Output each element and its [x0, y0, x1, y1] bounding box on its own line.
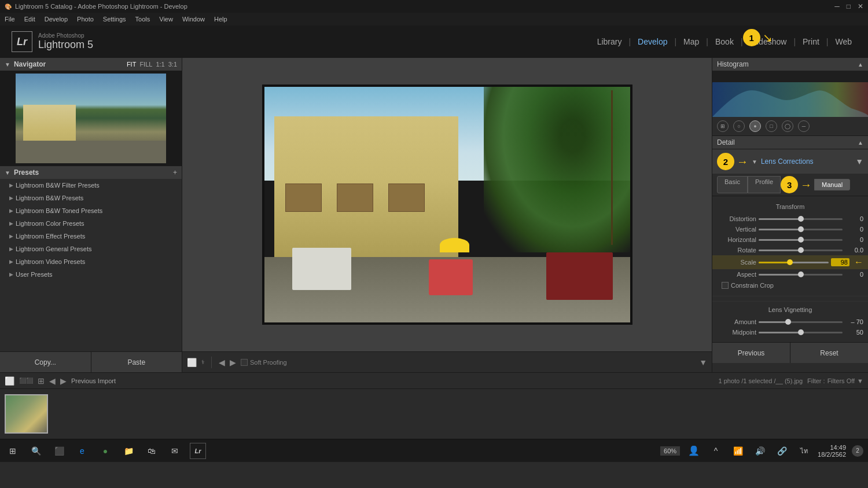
main-photo[interactable]	[262, 85, 632, 325]
tool-circle-1-icon[interactable]: ○	[733, 120, 745, 132]
file-explorer-icon[interactable]: 📁	[120, 443, 137, 459]
crop-icon[interactable]: ⬜	[187, 358, 197, 367]
edge-icon[interactable]: e	[74, 443, 90, 459]
chrome-icon[interactable]: ●	[97, 443, 113, 459]
distortion-slider[interactable]	[759, 218, 843, 220]
zoom-fill[interactable]: FILL	[139, 61, 152, 68]
vertical-thumb[interactable]	[798, 226, 804, 232]
lens-collapse-icon[interactable]: ▼	[752, 159, 757, 165]
preset-group-user-toggle[interactable]: ▶ User Presets	[0, 269, 182, 280]
scale-slider[interactable]	[759, 262, 829, 263]
nav-book[interactable]: Book	[711, 35, 738, 49]
filmstrip-next-icon[interactable]: ▶	[60, 376, 67, 386]
preset-group-effect-toggle[interactable]: ▶ Lightroom Effect Presets	[0, 231, 182, 241]
soft-proofing-checkbox[interactable]	[241, 359, 248, 366]
tool-slider-icon[interactable]: ─	[798, 120, 810, 132]
menu-edit[interactable]: Edit	[24, 16, 35, 23]
nav-web[interactable]: Web	[830, 35, 856, 49]
scale-thumb[interactable]	[787, 259, 793, 265]
preset-group-bw-filter-toggle[interactable]: ▶ Lightroom B&W Filter Presets	[0, 180, 182, 190]
horizontal-thumb[interactable]	[798, 237, 804, 243]
mail-icon[interactable]: ✉	[167, 443, 183, 459]
amount-slider[interactable]	[759, 321, 843, 323]
menu-tools[interactable]: Tools	[135, 16, 150, 23]
nav-print[interactable]: Print	[798, 35, 824, 49]
chevron-up-icon[interactable]: ^	[708, 443, 724, 459]
navigator-collapse-icon[interactable]: ▼	[5, 61, 10, 68]
detail-collapse-icon[interactable]: ▲	[858, 140, 863, 146]
vertical-slider[interactable]	[759, 229, 843, 230]
nav-map[interactable]: Map	[679, 35, 704, 49]
tab-profile[interactable]: Profile	[748, 176, 781, 193]
midpoint-thumb[interactable]	[798, 329, 804, 335]
nav-develop[interactable]: Develop	[633, 35, 672, 49]
rotate-thumb[interactable]	[798, 247, 804, 253]
soft-proofing-control[interactable]: Soft Proofing	[241, 359, 287, 366]
zoom-3-1[interactable]: 3:1	[168, 61, 177, 68]
navigator-preview[interactable]	[0, 71, 182, 166]
constrain-crop-checkbox[interactable]	[722, 282, 729, 289]
reset-button[interactable]: Reset	[790, 343, 868, 363]
tab-manual[interactable]: Manual	[814, 179, 850, 190]
rotate-slider[interactable]	[759, 249, 843, 251]
menu-window[interactable]: Window	[182, 16, 205, 23]
preset-group-bw-toggle[interactable]: ▶ Lightroom B&W Presets	[0, 193, 182, 203]
aspect-thumb[interactable]	[798, 271, 804, 277]
nav-library[interactable]: Library	[593, 35, 627, 49]
preset-group-bw-toned-toggle[interactable]: ▶ Lightroom B&W Toned Presets	[0, 206, 182, 216]
filter-dropdown-icon[interactable]: ▼	[857, 377, 863, 384]
people-icon[interactable]: 👤	[686, 443, 702, 459]
menu-view[interactable]: View	[159, 16, 173, 23]
tab-basic[interactable]: Basic	[717, 176, 748, 193]
healing-icon[interactable]: ⚕	[201, 359, 204, 365]
amount-thumb[interactable]	[785, 319, 791, 325]
prev-arrow-icon[interactable]: ◀	[219, 358, 225, 367]
tool-circle-2-icon[interactable]: ●	[749, 120, 761, 132]
search-button[interactable]: 🔍	[28, 443, 44, 459]
menu-photo[interactable]: Photo	[77, 16, 94, 23]
menu-settings[interactable]: Settings	[103, 16, 126, 23]
toolbar-dropdown-icon[interactable]: ▼	[699, 358, 707, 367]
next-arrow-icon[interactable]: ▶	[230, 358, 236, 367]
filmstrip-grid2-icon[interactable]: ⊞	[38, 376, 45, 386]
previous-button[interactable]: Previous	[712, 343, 790, 363]
lr-taskbar-icon[interactable]: Lr	[190, 443, 206, 459]
link-icon[interactable]: 🔗	[774, 443, 790, 459]
presets-collapse-icon[interactable]: ▼	[5, 170, 10, 176]
menu-help[interactable]: Help	[214, 16, 227, 23]
tool-square-icon[interactable]: □	[766, 120, 777, 132]
maximize-button[interactable]: □	[847, 2, 851, 10]
paste-button[interactable]: Paste	[91, 352, 182, 372]
distortion-thumb[interactable]	[798, 216, 804, 222]
close-button[interactable]: ✕	[858, 2, 863, 10]
keyboard-icon[interactable]: ไท	[796, 443, 812, 459]
preset-group-video-toggle[interactable]: ▶ Lightroom Video Presets	[0, 256, 182, 267]
horizontal-slider[interactable]	[759, 239, 843, 241]
notification-badge[interactable]: 2	[852, 445, 863, 457]
zoom-1-1[interactable]: 1:1	[156, 61, 164, 68]
filmstrip-grid-icon[interactable]: ⬛⬛	[19, 377, 33, 384]
start-button[interactable]: ⊞	[5, 443, 21, 459]
menu-file[interactable]: File	[5, 16, 15, 23]
aspect-slider[interactable]	[759, 274, 843, 276]
copy-button[interactable]: Copy...	[0, 352, 91, 372]
histogram-collapse-icon[interactable]: ▲	[858, 61, 863, 68]
tool-grid-icon[interactable]: ⊞	[717, 120, 729, 132]
midpoint-slider[interactable]	[759, 332, 843, 333]
minimize-button[interactable]: ─	[834, 2, 840, 10]
volume-icon[interactable]: 🔊	[752, 443, 768, 459]
lens-menu-icon[interactable]: ▼	[855, 157, 863, 166]
tool-circle-3-icon[interactable]: ◯	[782, 120, 793, 132]
task-view-button[interactable]: ⬛	[51, 443, 67, 459]
menu-develop[interactable]: Develop	[45, 16, 68, 23]
filmstrip-thumb-1[interactable]	[5, 394, 48, 434]
nav-slideshow[interactable]: Slideshow	[745, 35, 792, 49]
store-icon[interactable]: 🛍	[144, 443, 160, 459]
preset-group-color-toggle[interactable]: ▶ Lightroom Color Presets	[0, 218, 182, 229]
zoom-fit[interactable]: FIT	[127, 61, 137, 68]
presets-add-button[interactable]: +	[173, 168, 177, 177]
filmstrip-prev-icon[interactable]: ◀	[49, 376, 56, 386]
wifi-icon[interactable]: 📶	[730, 443, 746, 459]
filmstrip-single-icon[interactable]: ⬜	[5, 376, 14, 386]
preset-group-general-toggle[interactable]: ▶ Lightroom General Presets	[0, 244, 182, 254]
